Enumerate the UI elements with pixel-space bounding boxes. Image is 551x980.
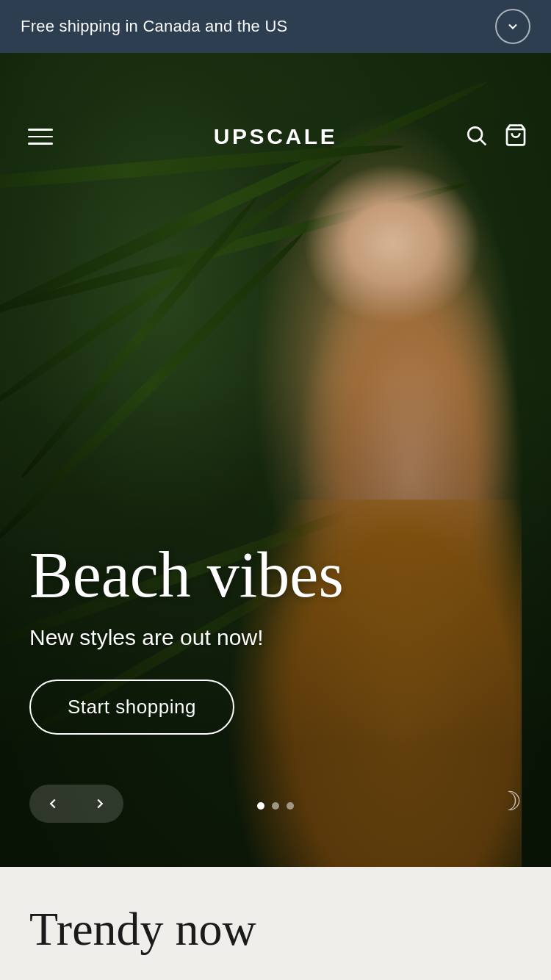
chevron-right-icon xyxy=(92,796,108,812)
menu-button[interactable] xyxy=(24,124,57,149)
site-header: UPSCALE xyxy=(0,106,551,167)
slide-dot-3[interactable] xyxy=(287,802,294,810)
trendy-section: Trendy now xyxy=(0,867,551,980)
moon-icon: ☽ xyxy=(498,786,522,817)
announcement-chevron-button[interactable] xyxy=(495,9,530,44)
chevron-left-icon xyxy=(45,796,61,812)
search-icon xyxy=(464,123,488,147)
slide-dot-2[interactable] xyxy=(272,802,279,810)
hero-overlay xyxy=(0,53,551,867)
header-icon-group xyxy=(464,123,527,150)
hero-title: Beach vibes xyxy=(29,543,344,608)
chevron-down-icon xyxy=(505,19,520,34)
hamburger-line-2 xyxy=(28,136,53,138)
hero-subtitle: New styles are out now! xyxy=(29,625,344,650)
hero-content: Beach vibes New styles are out now! Star… xyxy=(29,543,344,735)
slide-dot-1[interactable] xyxy=(257,802,264,810)
prev-slide-button[interactable] xyxy=(29,785,76,823)
start-shopping-button[interactable]: Start shopping xyxy=(29,680,234,735)
slide-indicators xyxy=(257,802,294,810)
hero-navigation xyxy=(29,785,123,823)
cart-button[interactable] xyxy=(504,123,527,150)
hamburger-line-1 xyxy=(28,129,53,131)
hero-section: UPSCALE Beach vibes New styles are out n… xyxy=(0,53,551,867)
svg-point-0 xyxy=(468,127,482,141)
brand-logo[interactable]: UPSCALE xyxy=(214,124,338,149)
svg-line-1 xyxy=(480,140,486,145)
trendy-section-title: Trendy now xyxy=(29,902,522,956)
announcement-bar: Free shipping in Canada and the US xyxy=(0,0,551,53)
announcement-text: Free shipping in Canada and the US xyxy=(21,17,287,36)
hamburger-line-3 xyxy=(28,143,53,145)
next-slide-button[interactable] xyxy=(76,785,123,823)
search-button[interactable] xyxy=(464,123,488,150)
cart-icon xyxy=(504,123,527,147)
